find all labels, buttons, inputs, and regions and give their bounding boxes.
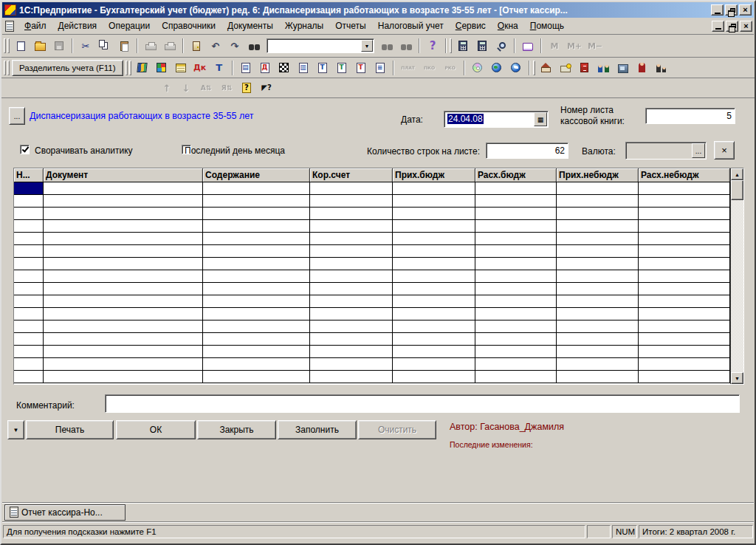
column-header-3[interactable]: Кор.счет	[310, 168, 393, 182]
menu-item-tax[interactable]: Налоговый учет	[372, 18, 450, 33]
table-cell[interactable]	[14, 233, 44, 244]
table-cell[interactable]	[475, 333, 557, 345]
menu-item-windows[interactable]: Окна	[492, 18, 524, 33]
toolbar-grip[interactable]	[4, 38, 6, 53]
currency-field[interactable]: ...	[625, 142, 707, 160]
table-cell[interactable]	[44, 308, 203, 320]
table-cell[interactable]	[14, 295, 44, 307]
table-cell[interactable]	[44, 195, 203, 207]
minimize-button[interactable]	[711, 4, 724, 16]
table-cell[interactable]	[14, 258, 44, 270]
menu-item-journals[interactable]: Журналы	[279, 18, 329, 33]
context-help-icon[interactable]: ◤?	[257, 80, 276, 96]
table-cell[interactable]	[14, 182, 44, 194]
scrollbar-thumb[interactable]	[731, 180, 743, 200]
family-icon[interactable]	[653, 60, 670, 76]
table-cell[interactable]	[310, 333, 393, 345]
vertical-scrollbar[interactable]: ▲ ▼	[731, 168, 743, 384]
table-cell[interactable]	[44, 245, 203, 257]
toolbar-grip[interactable]	[7, 38, 10, 53]
toolbar-grip[interactable]	[126, 61, 128, 75]
t-report-icon[interactable]: Т	[352, 60, 370, 76]
toolbar-grip[interactable]	[129, 61, 131, 75]
table-cell[interactable]	[203, 333, 310, 345]
collapse-analytics-checkbox[interactable]	[20, 145, 30, 154]
table-cell[interactable]	[44, 208, 203, 219]
rows-per-sheet-field[interactable]: 62	[486, 143, 568, 159]
comment-field[interactable]	[105, 394, 740, 413]
table-cell[interactable]	[393, 195, 475, 207]
report-title-link[interactable]: Диспансеризация работающих в возрасте 35…	[30, 111, 254, 121]
chart-of-accounts-icon[interactable]	[172, 60, 190, 76]
cabinet-icon[interactable]	[576, 60, 594, 76]
table-cell[interactable]	[393, 358, 475, 370]
redo-icon[interactable]: ↷	[226, 38, 244, 54]
table-cell[interactable]	[44, 333, 203, 345]
scroll-up-icon[interactable]: ▲	[731, 168, 743, 180]
table-cell[interactable]	[475, 220, 557, 232]
table-cell[interactable]	[557, 333, 639, 345]
table-cell[interactable]	[393, 346, 475, 357]
table-cell[interactable]	[393, 208, 475, 219]
table-cell[interactable]	[393, 283, 475, 295]
partners-icon[interactable]	[595, 60, 613, 76]
table-cell[interactable]	[639, 333, 730, 345]
table-cell[interactable]	[393, 233, 475, 244]
table-cell[interactable]	[14, 245, 44, 257]
reference-books-icon[interactable]	[134, 60, 151, 76]
exit-icon[interactable]	[188, 38, 205, 54]
help-topic-icon[interactable]: ?	[238, 80, 255, 96]
table-cell[interactable]	[393, 245, 475, 257]
formula-calc-icon[interactable]	[473, 38, 491, 54]
table-cell[interactable]	[203, 182, 310, 194]
table-cell[interactable]	[475, 270, 557, 282]
accounting-divider-button[interactable]: Разделитель учета (F11)	[12, 60, 123, 76]
table-cell[interactable]	[310, 233, 393, 244]
chess-report-icon[interactable]	[275, 60, 293, 76]
table-cell[interactable]	[203, 220, 310, 232]
table-cell[interactable]	[203, 270, 310, 282]
table-cell[interactable]	[393, 270, 475, 282]
table-cell[interactable]	[44, 321, 203, 332]
table-cell[interactable]	[393, 295, 475, 307]
table-cell[interactable]	[203, 346, 310, 357]
table-cell[interactable]	[393, 371, 475, 383]
currency-clear-button[interactable]: ×	[714, 141, 735, 160]
workplace-icon[interactable]	[614, 60, 632, 76]
select-report-button[interactable]: ...	[9, 107, 25, 125]
analyze-icon[interactable]	[492, 38, 510, 54]
book-icon[interactable]	[519, 38, 537, 54]
new-document-icon[interactable]	[12, 38, 30, 54]
scroll-down-icon[interactable]: ▼	[731, 372, 743, 384]
table-cell[interactable]	[44, 295, 203, 307]
table-cell[interactable]	[393, 321, 475, 332]
table-cell[interactable]	[310, 371, 393, 383]
ok-button[interactable]: ОК	[116, 420, 196, 439]
table-cell[interactable]	[639, 233, 730, 244]
table-cell[interactable]	[639, 220, 730, 232]
money-icon[interactable]	[557, 60, 574, 76]
table-cell[interactable]	[475, 295, 557, 307]
person-icon[interactable]	[633, 60, 651, 76]
table-cell[interactable]	[14, 333, 44, 345]
table-cell[interactable]	[203, 233, 310, 244]
table-cell[interactable]	[393, 333, 475, 345]
subconto-journal-icon[interactable]: ▤	[237, 60, 255, 76]
table-cell[interactable]	[203, 321, 310, 332]
table-cell[interactable]	[310, 321, 393, 332]
table-cell[interactable]	[44, 233, 203, 244]
table-cell[interactable]	[310, 283, 393, 295]
table-cell[interactable]	[393, 258, 475, 270]
table-cell[interactable]	[310, 208, 393, 219]
table-cell[interactable]	[310, 308, 393, 320]
open-icon[interactable]	[31, 38, 49, 54]
last-day-label[interactable]: Последний день месяца	[185, 145, 285, 156]
table-cell[interactable]	[14, 358, 44, 370]
table-cell[interactable]	[44, 358, 203, 370]
t-entries-icon[interactable]: Т	[333, 60, 351, 76]
table-cell[interactable]	[557, 358, 639, 370]
table-cell[interactable]	[557, 233, 639, 244]
table-cell[interactable]	[310, 295, 393, 307]
table-cell[interactable]	[14, 283, 44, 295]
column-header-7[interactable]: Расх.небюдж	[639, 168, 730, 182]
